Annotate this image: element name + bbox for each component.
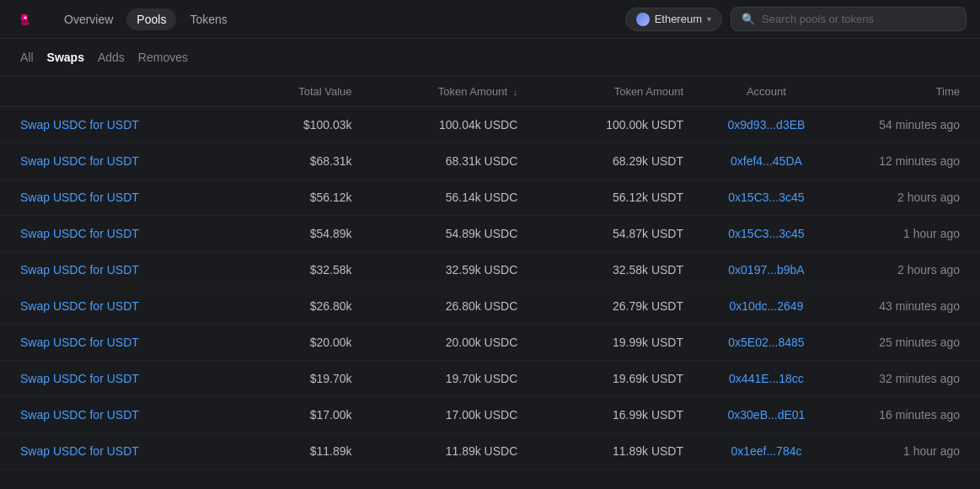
main-nav: Overview Pools Tokens [54, 8, 625, 30]
col-header-account: Account [683, 85, 849, 98]
chevron-down-icon: ▾ [707, 14, 711, 24]
time: 32 minutes ago [849, 372, 960, 385]
action-link[interactable]: Swap USDC for USDT [20, 191, 241, 204]
action-link[interactable]: Swap USDC for USDT [20, 408, 241, 422]
account-link[interactable]: 0x15C3...3c45 [683, 191, 849, 204]
token-amount-1: 26.80k USDC [352, 299, 518, 313]
table-row: Swap USDC for USDT $54.89k 54.89k USDC 5… [0, 216, 980, 252]
time: 54 minutes ago [849, 118, 960, 132]
total-value: $32.58k [241, 263, 351, 277]
network-label: Ethereum [655, 13, 702, 25]
account-link[interactable]: 0x441E...18cc [683, 372, 849, 385]
token-amount-2: 54.87k USDT [517, 227, 683, 240]
account-link[interactable]: 0x10dc...2649 [683, 299, 849, 313]
total-value: $100.03k [241, 118, 351, 132]
table-row: Swap USDC for USDT $19.70k 19.70k USDC 1… [0, 361, 980, 397]
filter-swaps[interactable]: Swaps [47, 51, 84, 64]
table-row: Swap USDC for USDT $100.03k 100.04k USDC… [0, 107, 980, 143]
account-link[interactable]: 0x30eB...dE01 [683, 408, 849, 422]
action-link[interactable]: Swap USDC for USDT [20, 336, 241, 349]
table-row: Swap USDC for USDT $68.31k 68.31k USDC 6… [0, 143, 980, 180]
token-amount-1: 68.31k USDC [352, 154, 518, 168]
account-link[interactable]: 0x5E02...8485 [683, 336, 849, 349]
token-amount-1: 20.00k USDC [352, 336, 518, 349]
token-amount-2: 16.99k USDT [517, 408, 683, 422]
account-link[interactable]: 0x0197...b9bA [683, 263, 849, 277]
time: 12 minutes ago [849, 154, 960, 168]
filter-row: All Swaps Adds Removes [0, 39, 980, 77]
total-value: $11.89k [241, 444, 351, 458]
col-header-action [20, 85, 241, 98]
search-icon: 🔍 [742, 13, 755, 25]
table-header: Total Value Token Amount ↓ Token Amount … [0, 77, 980, 107]
nav-item-pools[interactable]: Pools [126, 8, 176, 30]
action-link[interactable]: Swap USDC for USDT [20, 372, 241, 385]
token-amount-2: 56.12k USDT [517, 191, 683, 204]
token-amount-2: 26.79k USDT [517, 299, 683, 313]
search-input[interactable] [762, 13, 956, 25]
table-row: Swap USDC for USDT $17.00k 17.00k USDC 1… [0, 397, 980, 433]
table-container: All Swaps Adds Removes Total Value Token… [0, 39, 980, 470]
total-value: $68.31k [241, 154, 351, 168]
token-amount-1: 32.59k USDC [352, 263, 518, 277]
filter-all[interactable]: All [20, 51, 34, 64]
action-link[interactable]: Swap USDC for USDT [20, 263, 241, 277]
total-value: $56.12k [241, 191, 351, 204]
token-amount-2: 32.58k USDT [517, 263, 683, 277]
total-value: $54.89k [241, 227, 351, 240]
table-row: Swap USDC for USDT $56.12k 56.14k USDC 5… [0, 180, 980, 216]
table-row: Swap USDC for USDT $11.89k 11.89k USDC 1… [0, 433, 980, 470]
col-header-time: Time [849, 85, 960, 98]
token-amount-1: 17.00k USDC [352, 408, 518, 422]
action-link[interactable]: Swap USDC for USDT [20, 227, 241, 240]
account-link[interactable]: 0xfef4...45DA [683, 154, 849, 168]
action-link[interactable]: Swap USDC for USDT [20, 154, 241, 168]
filter-removes[interactable]: Removes [138, 51, 188, 64]
table-row: Swap USDC for USDT $26.80k 26.80k USDC 2… [0, 288, 980, 325]
time: 1 hour ago [849, 227, 960, 240]
header: Overview Pools Tokens Ethereum ▾ 🔍 [0, 0, 980, 39]
network-icon [636, 13, 650, 26]
header-right: Ethereum ▾ 🔍 [625, 7, 967, 31]
svg-point-1 [24, 16, 27, 19]
table-row: Swap USDC for USDT $32.58k 32.59k USDC 3… [0, 252, 980, 288]
token-amount-1: 56.14k USDC [352, 191, 518, 204]
time: 43 minutes ago [849, 299, 960, 313]
time: 25 minutes ago [849, 336, 960, 349]
total-value: $26.80k [241, 299, 351, 313]
token-amount-2: 11.89k USDT [517, 444, 683, 458]
token-amount-1: 100.04k USDC [352, 118, 518, 132]
col-header-token-amount-2: Token Amount [517, 85, 683, 98]
token-amount-2: 68.29k USDT [517, 154, 683, 168]
total-value: $19.70k [241, 372, 351, 385]
app-logo[interactable] [13, 8, 37, 31]
token-amount-2: 19.69k USDT [517, 372, 683, 385]
total-value: $20.00k [241, 336, 351, 349]
token-amount-1: 11.89k USDC [352, 444, 518, 458]
time: 16 minutes ago [849, 408, 960, 422]
token-amount-1: 19.70k USDC [352, 372, 518, 385]
table-row: Swap USDC for USDT $20.00k 20.00k USDC 1… [0, 325, 980, 361]
time: 1 hour ago [849, 444, 960, 458]
token-amount-2: 100.00k USDT [517, 118, 683, 132]
time: 2 hours ago [849, 263, 960, 277]
time: 2 hours ago [849, 191, 960, 204]
nav-item-tokens[interactable]: Tokens [179, 8, 237, 30]
action-link[interactable]: Swap USDC for USDT [20, 118, 241, 132]
network-selector[interactable]: Ethereum ▾ [625, 8, 722, 31]
col-header-total-value: Total Value [241, 85, 351, 98]
account-link[interactable]: 0x1eef...784c [683, 444, 849, 458]
account-link[interactable]: 0x9d93...d3EB [683, 118, 849, 132]
action-link[interactable]: Swap USDC for USDT [20, 299, 241, 313]
search-bar: 🔍 [731, 7, 967, 31]
total-value: $17.00k [241, 408, 351, 422]
token-amount-1: 54.89k USDC [352, 227, 518, 240]
account-link[interactable]: 0x15C3...3c45 [683, 227, 849, 240]
token-amount-2: 19.99k USDT [517, 336, 683, 349]
action-link[interactable]: Swap USDC for USDT [20, 444, 241, 458]
nav-item-overview[interactable]: Overview [54, 8, 123, 30]
filter-adds[interactable]: Adds [98, 51, 125, 64]
col-header-token-amount-1[interactable]: Token Amount ↓ [352, 85, 518, 98]
table-body: Swap USDC for USDT $100.03k 100.04k USDC… [0, 107, 980, 470]
